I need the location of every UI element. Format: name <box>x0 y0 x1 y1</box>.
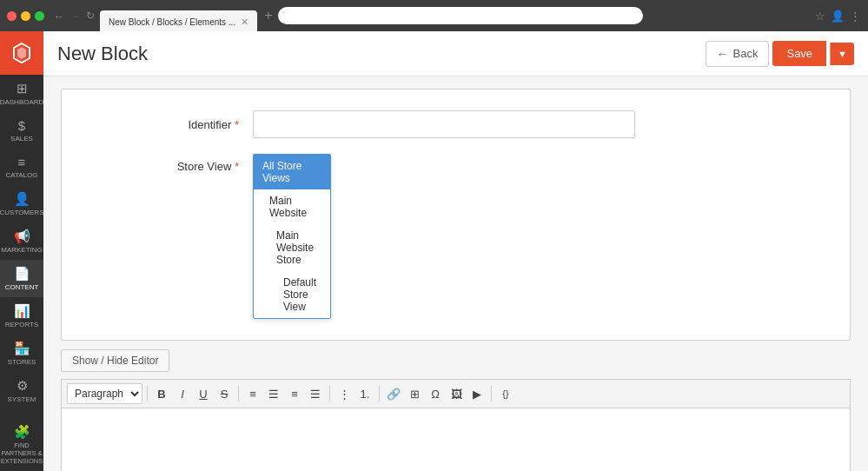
store-view-dropdown-menu: All Store Views Main Website Main Websit… <box>253 154 331 319</box>
special-chars-button[interactable]: Ω <box>426 384 445 403</box>
bold-button[interactable]: B <box>152 384 171 403</box>
browser-tab[interactable]: New Block / Blocks / Elements ... ✕ <box>100 10 257 31</box>
sales-label: SALES <box>10 135 33 143</box>
store-view-option-main-website-store[interactable]: Main Website Store <box>254 224 330 271</box>
store-view-option-all[interactable]: All Store Views <box>254 155 330 189</box>
new-tab-btn[interactable]: + <box>264 8 272 23</box>
identifier-input[interactable] <box>253 110 635 138</box>
identifier-required-star: * <box>235 118 239 131</box>
store-view-option-default-store-view[interactable]: Default Store View <box>254 271 330 318</box>
sidebar-item-extensions[interactable]: 🧩 FIND PARTNERS & EXTENSIONS <box>0 418 43 471</box>
show-hide-editor-button[interactable]: Show / Hide Editor <box>61 349 169 372</box>
strikethrough-button[interactable]: S <box>215 384 234 403</box>
main-content: New Block ← Back Save ▼ I <box>43 31 868 471</box>
save-button[interactable]: Save <box>772 41 826 66</box>
ordered-list-button[interactable]: 1. <box>355 384 374 403</box>
sales-icon: $ <box>18 118 25 133</box>
dashboard-icon: ⊞ <box>17 81 28 96</box>
browser-chrome: ← → ↻ New Block / Blocks / Elements ... … <box>0 0 868 31</box>
customers-icon: 👤 <box>14 191 30 207</box>
page-title: New Block <box>57 43 706 65</box>
system-label: SYSTEM <box>8 395 36 403</box>
back-button[interactable]: ← Back <box>706 41 770 67</box>
align-left-button[interactable]: ≡ <box>243 384 262 403</box>
editor-toolbar: Paragraph Heading 1 Heading 2 B I U S ≡ … <box>61 379 851 408</box>
sidebar-item-stores[interactable]: 🏪 STORES <box>0 335 43 372</box>
browser-star-icon[interactable]: ☆ <box>815 10 825 23</box>
toolbar-divider-1 <box>147 386 148 401</box>
catalog-icon: ≡ <box>18 155 26 169</box>
underline-button[interactable]: U <box>194 384 213 403</box>
browser-person-icon[interactable]: 👤 <box>831 10 845 23</box>
marketing-icon: 📢 <box>14 229 30 244</box>
tab-close-icon[interactable]: ✕ <box>241 17 248 28</box>
reports-label: REPORTS <box>5 321 39 328</box>
editor-section: Show / Hide Editor Paragraph Heading 1 H… <box>61 349 851 471</box>
toolbar-divider-5 <box>491 386 492 401</box>
link-button[interactable]: 🔗 <box>384 384 403 403</box>
format-select[interactable]: Paragraph Heading 1 Heading 2 <box>67 383 142 404</box>
align-right-button[interactable]: ≡ <box>285 384 304 403</box>
dashboard-label: DASHBOARD <box>0 98 43 106</box>
sidebar-item-catalog[interactable]: ≡ CATALOG <box>0 149 43 185</box>
sidebar-item-dashboard[interactable]: ⊞ DASHBOARD <box>0 75 43 112</box>
editor-body[interactable] <box>61 408 851 471</box>
system-icon: ⚙ <box>17 378 28 394</box>
store-view-row: Store View * All Store Views Main Websit… <box>62 147 850 326</box>
extensions-icon: 🧩 <box>14 424 30 440</box>
content-scroll-area: Identifier * Store View * <box>43 76 868 471</box>
toolbar-divider-3 <box>329 386 330 401</box>
browser-refresh-nav[interactable]: ↻ <box>86 10 95 22</box>
browser-forward-nav[interactable]: → <box>70 10 81 23</box>
store-view-required-star: * <box>235 160 239 173</box>
content-label: CONTENT <box>5 283 39 291</box>
save-dropdown-button[interactable]: ▼ <box>830 43 854 65</box>
stores-icon: 🏪 <box>14 341 30 356</box>
content-icon: 📄 <box>14 266 30 282</box>
align-center-button[interactable]: ☰ <box>264 384 283 403</box>
catalog-label: CATALOG <box>5 171 37 179</box>
table-button[interactable]: ⊞ <box>405 384 424 403</box>
sidebar: ⊞ DASHBOARD $ SALES ≡ CATALOG 👤 CUSTOMER… <box>0 31 43 471</box>
code-button[interactable]: {} <box>496 384 515 403</box>
image-button[interactable]: 🖼 <box>447 384 466 403</box>
align-justify-button[interactable]: ☰ <box>306 384 325 403</box>
marketing-label: MARKETING <box>1 246 43 254</box>
italic-button[interactable]: I <box>173 384 192 403</box>
browser-back-nav[interactable]: ← <box>53 10 64 23</box>
sidebar-item-customers[interactable]: 👤 CUSTOMERS <box>0 185 43 222</box>
back-arrow-icon: ← <box>717 47 729 61</box>
toolbar-divider-2 <box>238 386 239 401</box>
customers-label: CUSTOMERS <box>0 209 43 216</box>
list-button[interactable]: ⋮ <box>335 384 354 403</box>
top-bar: New Block ← Back Save ▼ <box>43 31 868 76</box>
stores-label: STORES <box>8 358 36 366</box>
browser-maximize-btn[interactable] <box>35 11 44 21</box>
sidebar-item-system[interactable]: ⚙ SYSTEM <box>0 372 43 409</box>
sidebar-item-sales[interactable]: $ SALES <box>0 112 43 149</box>
sidebar-item-reports[interactable]: 📊 REPORTS <box>0 297 43 335</box>
store-view-option-main-website[interactable]: Main Website <box>254 189 330 224</box>
extensions-label: FIND PARTNERS & EXTENSIONS <box>1 441 43 465</box>
form-panel: Identifier * Store View * <box>61 89 851 341</box>
sidebar-logo[interactable] <box>0 31 43 75</box>
url-bar[interactable] <box>278 7 643 24</box>
reports-icon: 📊 <box>14 303 30 319</box>
sidebar-item-content[interactable]: 📄 CONTENT <box>0 260 43 297</box>
show-hide-label: Show / Hide Editor <box>72 355 158 367</box>
tab-title: New Block / Blocks / Elements ... <box>109 17 235 27</box>
identifier-label: Identifier * <box>79 118 253 131</box>
video-button[interactable]: ▶ <box>467 384 487 403</box>
store-view-dropdown[interactable]: All Store Views Main Website Main Websit… <box>253 154 331 319</box>
sidebar-item-marketing[interactable]: 📢 MARKETING <box>0 222 43 260</box>
browser-close-btn[interactable] <box>7 11 17 21</box>
store-view-label: Store View * <box>79 154 253 173</box>
browser-minimize-btn[interactable] <box>21 11 30 21</box>
back-label: Back <box>733 47 759 60</box>
browser-menu-icon[interactable]: ⋮ <box>850 10 861 23</box>
toolbar-divider-4 <box>379 386 380 401</box>
identifier-row: Identifier * <box>62 103 850 145</box>
